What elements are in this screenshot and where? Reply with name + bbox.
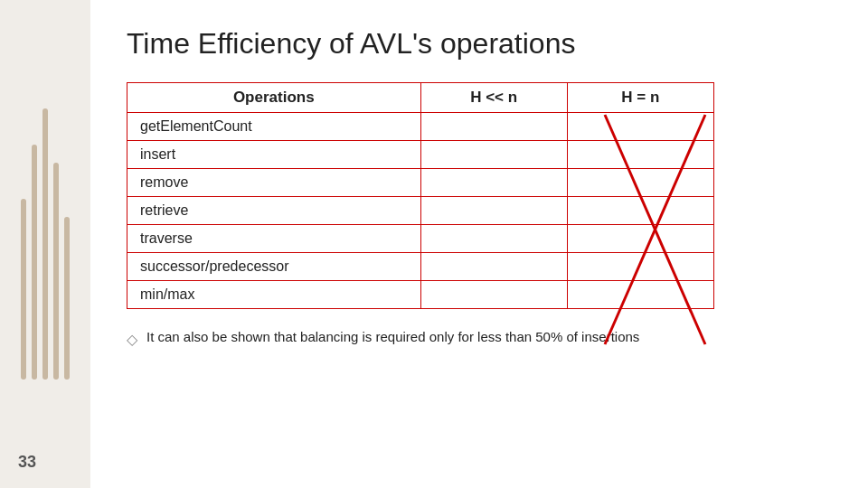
sidebar-line-1	[21, 199, 26, 380]
sidebar-lines	[21, 108, 70, 380]
table-row: traverse	[127, 225, 714, 253]
table-row: remove	[127, 169, 714, 197]
operations-table: Operations H << n H = n getElementCount …	[127, 82, 714, 309]
slide-number: 33	[18, 453, 36, 472]
cell-get-hlt	[420, 113, 567, 141]
table-row: min/max	[127, 281, 714, 309]
cell-retrieve-heqn	[567, 197, 713, 225]
note-text: It can also be shown that balancing is r…	[146, 329, 639, 344]
cell-minmax-hlt	[420, 281, 567, 309]
row-retrieve: retrieve	[127, 197, 421, 225]
sidebar-line-5	[64, 217, 70, 380]
cell-retrieve-hlt	[420, 197, 567, 225]
row-get-element-count: getElementCount	[127, 113, 421, 141]
table-row: insert	[127, 141, 714, 169]
cell-insert-hlt	[420, 141, 567, 169]
table-row: successor/predecessor	[127, 253, 714, 281]
cell-insert-heqn	[567, 141, 713, 169]
sidebar-line-3	[42, 108, 48, 380]
table-row: retrieve	[127, 197, 714, 225]
header-hlt: H << n	[420, 83, 567, 113]
row-traverse: traverse	[127, 225, 421, 253]
cell-remove-hlt	[420, 169, 567, 197]
bottom-note: ◇ It can also be shown that balancing is…	[127, 329, 832, 348]
table-header-row: Operations H << n H = n	[127, 83, 714, 113]
cell-remove-heqn	[567, 169, 713, 197]
diamond-icon: ◇	[127, 331, 137, 348]
row-successor: successor/predecessor	[127, 253, 421, 281]
sidebar-line-4	[53, 163, 59, 380]
row-minmax: min/max	[127, 281, 421, 309]
sidebar-decoration	[0, 0, 90, 488]
row-insert: insert	[127, 141, 421, 169]
sidebar-line-2	[32, 145, 37, 380]
cell-get-heqn	[567, 113, 713, 141]
row-remove: remove	[127, 169, 421, 197]
table-row: getElementCount	[127, 113, 714, 141]
page-title: Time Efficiency of AVL's operations	[127, 27, 832, 61]
cell-traverse-heqn	[567, 225, 713, 253]
cell-successor-heqn	[567, 253, 713, 281]
cell-minmax-heqn	[567, 281, 713, 309]
header-operations: Operations	[127, 83, 421, 113]
cell-successor-hlt	[420, 253, 567, 281]
cell-traverse-hlt	[420, 225, 567, 253]
main-content: Time Efficiency of AVL's operations Oper…	[90, 0, 868, 488]
table-wrapper: Operations H << n H = n getElementCount …	[127, 82, 714, 309]
header-heqn: H = n	[567, 83, 713, 113]
